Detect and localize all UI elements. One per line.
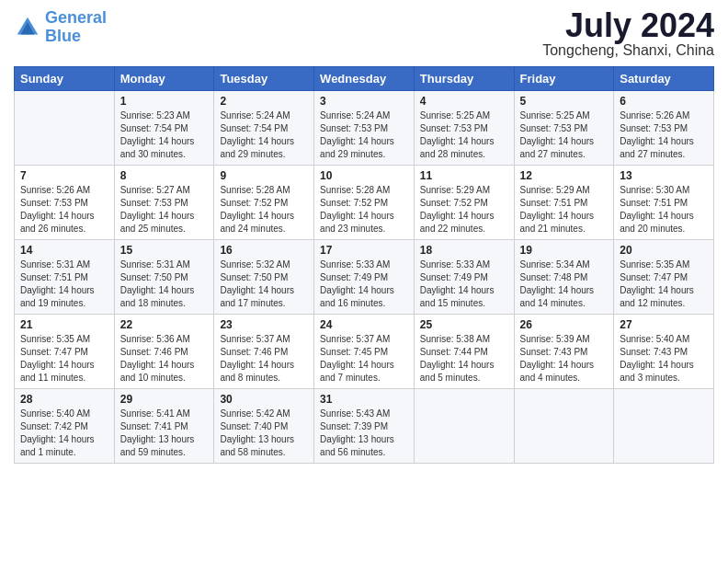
day-cell: 26 Sunrise: 5:39 AM Sunset: 7:43 PM Dayl… [514,315,614,389]
day-number: 31 [320,393,408,406]
day-cell: 14 Sunrise: 5:31 AM Sunset: 7:51 PM Dayl… [15,240,115,315]
day-number: 27 [620,318,708,331]
day-cell: 3 Sunrise: 5:24 AM Sunset: 7:53 PM Dayli… [314,91,415,166]
day-number: 5 [520,95,609,108]
day-number: 18 [420,244,508,257]
day-number: 10 [320,169,408,182]
day-cell: 17 Sunrise: 5:33 AM Sunset: 7:49 PM Dayl… [314,240,415,315]
day-info: Sunrise: 5:23 AM Sunset: 7:54 PM Dayligh… [120,109,209,161]
col-thursday: Thursday [414,67,514,91]
day-cell: 20 Sunrise: 5:35 AM Sunset: 7:47 PM Dayl… [614,240,714,315]
day-number: 20 [620,244,708,257]
day-info: Sunrise: 5:28 AM Sunset: 7:52 PM Dayligh… [320,184,408,236]
col-saturday: Saturday [614,67,714,91]
day-info: Sunrise: 5:35 AM Sunset: 7:47 PM Dayligh… [20,333,108,385]
day-cell [15,91,115,166]
col-wednesday: Wednesday [314,67,415,91]
day-cell: 25 Sunrise: 5:38 AM Sunset: 7:44 PM Dayl… [414,315,514,389]
day-cell: 21 Sunrise: 5:35 AM Sunset: 7:47 PM Dayl… [15,315,115,389]
day-cell: 18 Sunrise: 5:33 AM Sunset: 7:49 PM Dayl… [414,240,514,315]
day-cell: 4 Sunrise: 5:25 AM Sunset: 7:53 PM Dayli… [414,91,514,166]
day-number: 23 [220,318,308,331]
day-number: 8 [120,169,209,182]
col-friday: Friday [514,67,614,91]
week-row-3: 14 Sunrise: 5:31 AM Sunset: 7:51 PM Dayl… [15,240,714,315]
day-number: 15 [120,244,209,257]
day-number: 7 [20,169,108,182]
day-number: 2 [220,95,308,108]
week-row-4: 21 Sunrise: 5:35 AM Sunset: 7:47 PM Dayl… [15,315,714,389]
day-info: Sunrise: 5:42 AM Sunset: 7:40 PM Dayligh… [220,408,308,459]
day-cell: 8 Sunrise: 5:27 AM Sunset: 7:53 PM Dayli… [114,166,214,240]
logo-icon [14,14,41,41]
location: Tongcheng, Shanxi, China [542,42,714,59]
day-cell: 30 Sunrise: 5:42 AM Sunset: 7:40 PM Dayl… [214,389,314,464]
logo-text: General Blue [45,9,107,46]
header: General Blue July 2024 Tongcheng, Shanxi… [14,9,714,59]
day-info: Sunrise: 5:26 AM Sunset: 7:53 PM Dayligh… [20,184,108,236]
logo: General Blue [14,9,107,46]
day-info: Sunrise: 5:34 AM Sunset: 7:48 PM Dayligh… [520,259,609,310]
week-row-2: 7 Sunrise: 5:26 AM Sunset: 7:53 PM Dayli… [15,166,714,240]
day-number: 11 [420,169,508,182]
day-info: Sunrise: 5:31 AM Sunset: 7:51 PM Dayligh… [20,259,108,310]
col-monday: Monday [114,67,214,91]
day-cell: 9 Sunrise: 5:28 AM Sunset: 7:52 PM Dayli… [214,166,314,240]
day-number: 16 [220,244,308,257]
day-info: Sunrise: 5:24 AM Sunset: 7:53 PM Dayligh… [320,109,408,161]
day-cell: 24 Sunrise: 5:37 AM Sunset: 7:45 PM Dayl… [314,315,415,389]
day-info: Sunrise: 5:26 AM Sunset: 7:53 PM Dayligh… [620,109,708,161]
day-number: 24 [320,318,408,331]
page: General Blue July 2024 Tongcheng, Shanxi… [0,0,728,563]
day-info: Sunrise: 5:43 AM Sunset: 7:39 PM Dayligh… [320,408,408,459]
day-info: Sunrise: 5:28 AM Sunset: 7:52 PM Dayligh… [220,184,308,236]
day-number: 29 [120,393,209,406]
day-info: Sunrise: 5:38 AM Sunset: 7:44 PM Dayligh… [420,333,508,385]
day-cell: 19 Sunrise: 5:34 AM Sunset: 7:48 PM Dayl… [514,240,614,315]
day-info: Sunrise: 5:37 AM Sunset: 7:45 PM Dayligh… [320,333,408,385]
header-row: Sunday Monday Tuesday Wednesday Thursday… [15,67,714,91]
day-cell: 28 Sunrise: 5:40 AM Sunset: 7:42 PM Dayl… [15,389,115,464]
day-info: Sunrise: 5:30 AM Sunset: 7:51 PM Dayligh… [620,184,708,236]
day-number: 19 [520,244,609,257]
day-cell: 1 Sunrise: 5:23 AM Sunset: 7:54 PM Dayli… [114,91,214,166]
day-cell: 13 Sunrise: 5:30 AM Sunset: 7:51 PM Dayl… [614,166,714,240]
day-info: Sunrise: 5:37 AM Sunset: 7:46 PM Dayligh… [220,333,308,385]
day-number: 1 [120,95,209,108]
day-info: Sunrise: 5:25 AM Sunset: 7:53 PM Dayligh… [520,109,609,161]
day-number: 3 [320,95,408,108]
day-number: 25 [420,318,508,331]
day-number: 30 [220,393,308,406]
day-cell: 23 Sunrise: 5:37 AM Sunset: 7:46 PM Dayl… [214,315,314,389]
day-info: Sunrise: 5:40 AM Sunset: 7:42 PM Dayligh… [20,408,108,459]
col-tuesday: Tuesday [214,67,314,91]
day-cell: 29 Sunrise: 5:41 AM Sunset: 7:41 PM Dayl… [114,389,214,464]
day-cell: 5 Sunrise: 5:25 AM Sunset: 7:53 PM Dayli… [514,91,614,166]
col-sunday: Sunday [15,67,115,91]
week-row-1: 1 Sunrise: 5:23 AM Sunset: 7:54 PM Dayli… [15,91,714,166]
day-cell [414,389,514,464]
day-info: Sunrise: 5:29 AM Sunset: 7:52 PM Dayligh… [420,184,508,236]
day-number: 22 [120,318,209,331]
day-number: 13 [620,169,708,182]
day-cell: 22 Sunrise: 5:36 AM Sunset: 7:46 PM Dayl… [114,315,214,389]
day-cell [614,389,714,464]
calendar-table: Sunday Monday Tuesday Wednesday Thursday… [14,66,714,464]
title-block: July 2024 Tongcheng, Shanxi, China [542,9,714,59]
day-info: Sunrise: 5:33 AM Sunset: 7:49 PM Dayligh… [320,259,408,310]
day-info: Sunrise: 5:35 AM Sunset: 7:47 PM Dayligh… [620,259,708,310]
day-cell: 7 Sunrise: 5:26 AM Sunset: 7:53 PM Dayli… [15,166,115,240]
day-cell: 15 Sunrise: 5:31 AM Sunset: 7:50 PM Dayl… [114,240,214,315]
day-cell: 31 Sunrise: 5:43 AM Sunset: 7:39 PM Dayl… [314,389,415,464]
day-number: 14 [20,244,108,257]
day-info: Sunrise: 5:24 AM Sunset: 7:54 PM Dayligh… [220,109,308,161]
day-info: Sunrise: 5:27 AM Sunset: 7:53 PM Dayligh… [120,184,209,236]
day-info: Sunrise: 5:29 AM Sunset: 7:51 PM Dayligh… [520,184,609,236]
day-cell: 2 Sunrise: 5:24 AM Sunset: 7:54 PM Dayli… [214,91,314,166]
day-info: Sunrise: 5:31 AM Sunset: 7:50 PM Dayligh… [120,259,209,310]
day-cell: 12 Sunrise: 5:29 AM Sunset: 7:51 PM Dayl… [514,166,614,240]
month-year: July 2024 [542,9,714,42]
day-cell: 16 Sunrise: 5:32 AM Sunset: 7:50 PM Dayl… [214,240,314,315]
day-info: Sunrise: 5:40 AM Sunset: 7:43 PM Dayligh… [620,333,708,385]
week-row-5: 28 Sunrise: 5:40 AM Sunset: 7:42 PM Dayl… [15,389,714,464]
